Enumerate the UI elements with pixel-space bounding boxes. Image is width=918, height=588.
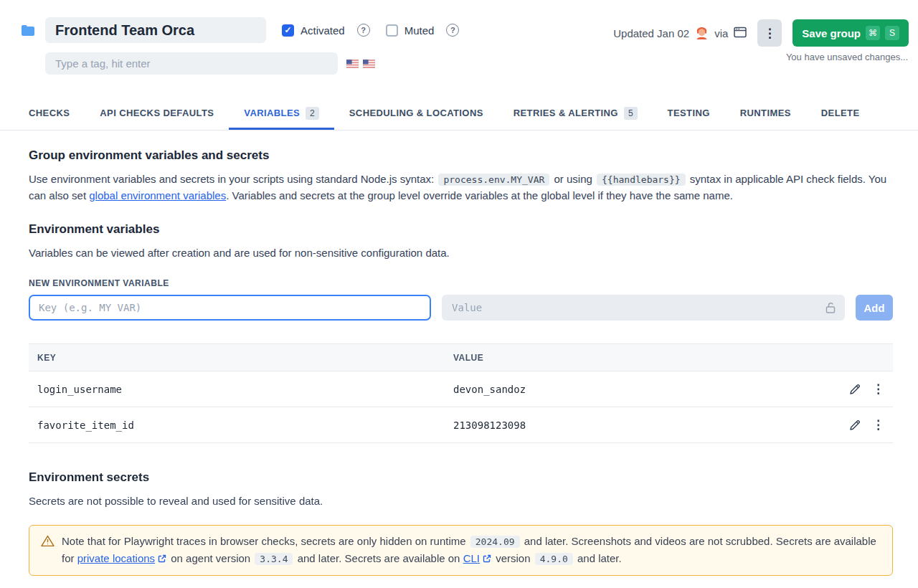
- settings-tabbar: CHECKS API CHECKS DEFAULTS VARIABLES 2 S…: [0, 96, 918, 131]
- folder-icon: [22, 25, 34, 39]
- activated-checkbox[interactable]: ✓ Activated ?: [282, 24, 370, 37]
- warning-triangle-icon: [41, 535, 55, 567]
- save-group-label: Save group: [802, 27, 861, 39]
- more-actions-button[interactable]: ⋮: [757, 19, 782, 47]
- warning-text: Note that for Playwright traces in brows…: [62, 533, 881, 567]
- unsaved-changes-text: You have unsaved changes...: [786, 52, 908, 62]
- activated-label: Activated: [301, 24, 345, 37]
- code-handlebars: {{handlebars}}: [597, 174, 686, 186]
- variable-value: devon_sandoz: [453, 384, 818, 395]
- kebab-menu-icon: ⋮: [872, 419, 884, 431]
- tab-variables[interactable]: VARIABLES 2: [229, 96, 333, 130]
- variable-value: 213098123098: [453, 419, 818, 431]
- updated-meta: Updated Jan 02 via: [613, 24, 747, 42]
- tab-retries-alerting[interactable]: RETRIES & ALERTING 5: [498, 96, 653, 130]
- env-secrets-heading: Environment secrets: [29, 470, 893, 485]
- global-env-vars-link[interactable]: global environment variables: [89, 189, 226, 201]
- code-runtime-version: 2024.09: [470, 536, 520, 548]
- col-header-value: VALUE: [453, 353, 818, 363]
- private-locations-link[interactable]: private locations: [77, 552, 155, 564]
- pencil-icon: [849, 384, 861, 395]
- intro-paragraph: Use environment variables and secrets in…: [29, 171, 893, 204]
- table-header-row: KEY VALUE: [29, 344, 893, 371]
- table-row: login_username devon_sandoz ⋮: [29, 371, 893, 407]
- tab-testing[interactable]: TESTING: [653, 96, 725, 130]
- muted-help-icon[interactable]: ?: [446, 24, 459, 37]
- us-flag-icon: [346, 60, 359, 68]
- page-title: Group environment variables and secrets: [29, 148, 893, 163]
- variables-table: KEY VALUE login_username devon_sandoz ⋮ …: [29, 343, 893, 443]
- cli-link[interactable]: CLI: [463, 552, 480, 564]
- code-cli-version: 4.9.0: [535, 553, 573, 565]
- code-agent-version: 3.3.4: [255, 553, 293, 565]
- new-variable-form: Add: [29, 295, 893, 321]
- tab-checks[interactable]: CHECKS: [14, 96, 85, 130]
- edit-variable-button[interactable]: [849, 419, 861, 431]
- kebab-menu-icon: ⋮: [872, 383, 884, 395]
- variable-key-input[interactable]: [29, 295, 431, 321]
- external-link-icon: [158, 551, 166, 567]
- table-row: favorite_item_id 213098123098 ⋮: [29, 407, 893, 443]
- variables-count-badge: 2: [306, 107, 319, 120]
- env-variables-description: Variables can be viewed after creation a…: [29, 245, 893, 261]
- secrets-warning-banner: Note that for Playwright traces in brows…: [29, 525, 893, 576]
- group-name-input[interactable]: [45, 17, 266, 43]
- code-process-env: process.env.MY_VAR: [438, 174, 549, 186]
- external-link-icon: [483, 551, 491, 567]
- row-menu-button[interactable]: ⋮: [872, 419, 884, 431]
- new-env-variable-label: NEW ENVIRONMENT VARIABLE: [29, 278, 893, 288]
- save-group-button[interactable]: Save group ⌘ S: [792, 19, 909, 47]
- variable-key: login_username: [37, 384, 453, 395]
- pencil-icon: [849, 419, 861, 431]
- location-flags: [346, 60, 375, 68]
- tag-input[interactable]: [45, 52, 338, 75]
- add-variable-button[interactable]: Add: [856, 295, 893, 321]
- tab-scheduling-locations[interactable]: SCHEDULING & LOCATIONS: [334, 96, 498, 130]
- tab-runtimes[interactable]: RUNTIMES: [725, 96, 806, 130]
- edit-variable-button[interactable]: [849, 384, 861, 395]
- page-header: ✓ Activated ? Muted ?: [0, 0, 918, 75]
- env-variables-heading: Environment variables: [29, 222, 893, 237]
- variable-key: favorite_item_id: [37, 419, 453, 431]
- via-text: via: [714, 27, 728, 39]
- kebab-menu-icon: ⋮: [764, 27, 776, 39]
- checkbox-unchecked-icon[interactable]: [386, 24, 398, 37]
- row-menu-button[interactable]: ⋮: [872, 383, 884, 395]
- us-flag-icon: [363, 60, 375, 68]
- col-header-key: KEY: [37, 353, 453, 363]
- muted-checkbox[interactable]: Muted ?: [386, 24, 460, 37]
- tab-delete[interactable]: DELETE: [806, 96, 875, 130]
- unlocked-icon: [825, 302, 836, 317]
- browser-icon: [734, 27, 747, 40]
- retries-count-badge: 5: [624, 107, 638, 120]
- tab-api-checks-defaults[interactable]: API CHECKS DEFAULTS: [85, 96, 229, 130]
- s-key-icon: S: [885, 26, 899, 40]
- checkbox-checked-icon[interactable]: ✓: [282, 24, 294, 37]
- activated-help-icon[interactable]: ?: [357, 24, 370, 37]
- updated-text: Updated Jan 02: [613, 27, 689, 39]
- variables-panel: Group environment variables and secrets …: [0, 148, 918, 588]
- variable-value-input[interactable]: [442, 295, 845, 321]
- user-avatar: [695, 24, 709, 42]
- env-secrets-description: Secrets are not possible to reveal and u…: [29, 493, 893, 509]
- muted-label: Muted: [404, 24, 435, 37]
- cmd-key-icon: ⌘: [866, 26, 880, 40]
